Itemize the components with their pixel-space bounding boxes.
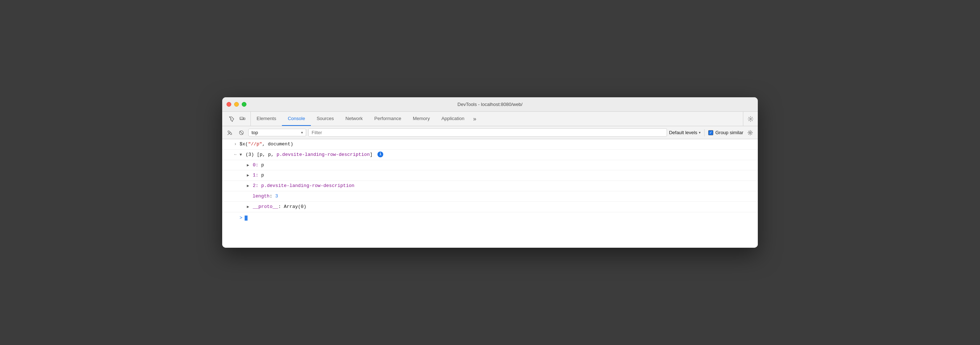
console-gutter — [222, 182, 240, 183]
tab-console[interactable]: Console — [282, 112, 311, 126]
svg-line-6 — [228, 134, 229, 135]
console-gutter — [222, 172, 240, 172]
console-input-row: > — [222, 212, 758, 224]
titlebar: DevTools - localhost:8080/web/ — [222, 97, 758, 112]
more-tabs-button[interactable]: » — [470, 112, 479, 126]
console-gutter — [222, 161, 240, 162]
execution-context-label: top — [251, 130, 300, 135]
console-result-item: ▶ 2: p.devsite-landing-row-description — [240, 182, 758, 190]
console-gutter: › — [222, 140, 240, 148]
toolbar-divider — [704, 129, 705, 136]
window-title: DevTools - localhost:8080/web/ — [457, 102, 523, 107]
info-badge: i — [377, 151, 383, 157]
tabbar-icon-group — [224, 112, 251, 126]
console-result-header: ▼ (3) [p, p, p.devsite-landing-row-descr… — [240, 151, 758, 159]
execution-context-select[interactable]: top ▾ — [248, 129, 306, 136]
tab-elements[interactable]: Elements — [251, 112, 282, 126]
devtools-settings-button[interactable] — [743, 112, 758, 126]
console-row: length: 3 — [222, 191, 758, 202]
console-settings-button[interactable] — [746, 128, 755, 137]
chevron-down-icon: ▾ — [301, 130, 303, 135]
console-result-property: length: 3 — [240, 192, 758, 200]
close-button[interactable] — [226, 102, 231, 107]
console-command: $x("//p", document) — [240, 140, 758, 148]
svg-rect-0 — [240, 117, 243, 120]
console-row: ← ▼ (3) [p, p, p.devsite-landing-row-des… — [222, 150, 758, 160]
maximize-button[interactable] — [242, 102, 247, 107]
traffic-lights — [226, 102, 247, 107]
console-gutter — [222, 192, 240, 193]
console-toolbar: top ▾ Default levels ▾ ✓ Group similar — [222, 126, 758, 139]
console-row: ▶ 0: p — [222, 160, 758, 171]
console-row: ▶ __proto__: Array(0) — [222, 202, 758, 212]
svg-point-3 — [750, 118, 751, 120]
tab-application[interactable]: Application — [436, 112, 471, 126]
group-similar-checkbox[interactable]: ✓ — [708, 130, 713, 135]
clear-console-button[interactable] — [225, 128, 234, 137]
console-output: › $x("//p", document) ← ▼ (3) [p, p, p.d… — [222, 139, 758, 248]
svg-point-9 — [749, 132, 751, 133]
console-gutter: ← — [222, 151, 240, 158]
filter-input[interactable] — [308, 129, 667, 137]
tab-performance[interactable]: Performance — [368, 112, 407, 126]
minimize-button[interactable] — [234, 102, 239, 107]
console-cursor — [245, 216, 248, 221]
tab-sources[interactable]: Sources — [311, 112, 340, 126]
console-result-item: ▶ __proto__: Array(0) — [240, 203, 758, 211]
tab-memory[interactable]: Memory — [407, 112, 436, 126]
console-prompt-icon: > — [240, 215, 242, 222]
tab-network[interactable]: Network — [340, 112, 369, 126]
chevron-down-icon: ▾ — [699, 130, 701, 135]
tabs: Elements Console Sources Network Perform… — [251, 112, 743, 126]
console-result-item: ▶ 0: p — [240, 161, 758, 169]
devtools-window: DevTools - localhost:8080/web/ Elements — [222, 97, 758, 248]
group-similar-label: Group similar — [716, 130, 743, 135]
device-toolbar-button[interactable] — [237, 114, 248, 124]
console-row: ▶ 2: p.devsite-landing-row-description — [222, 181, 758, 191]
tabbar: Elements Console Sources Network Perform… — [222, 112, 758, 126]
svg-line-8 — [240, 131, 243, 134]
console-gutter — [222, 203, 240, 204]
console-row: ▶ 1: p — [222, 170, 758, 181]
log-levels-dropdown[interactable]: Default levels ▾ — [669, 130, 701, 135]
inspect-element-button[interactable] — [226, 114, 237, 124]
stop-recording-button[interactable] — [237, 128, 246, 137]
console-row: › $x("//p", document) — [222, 139, 758, 150]
console-result-item: ▶ 1: p — [240, 172, 758, 180]
svg-rect-1 — [243, 118, 245, 120]
